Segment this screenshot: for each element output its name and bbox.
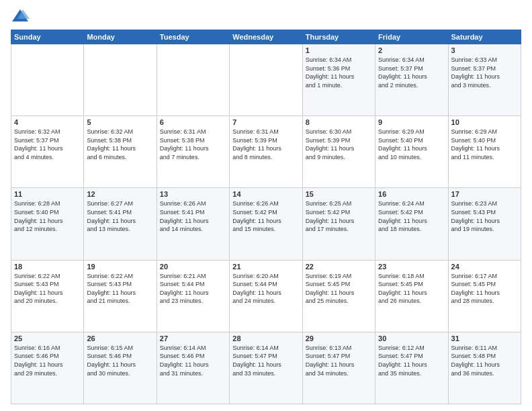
- day-cell-27: 27Sunrise: 6:14 AM Sunset: 5:46 PM Dayli…: [157, 332, 229, 404]
- day-cell-10: 10Sunrise: 6:29 AM Sunset: 5:40 PM Dayli…: [448, 116, 521, 188]
- day-number: 11: [14, 190, 81, 198]
- day-number: 14: [232, 190, 299, 198]
- day-info: Sunrise: 6:32 AM Sunset: 5:37 PM Dayligh…: [14, 128, 81, 161]
- day-info: Sunrise: 6:34 AM Sunset: 5:36 PM Dayligh…: [306, 56, 372, 89]
- day-info: Sunrise: 6:29 AM Sunset: 5:40 PM Dayligh…: [378, 128, 445, 161]
- day-info: Sunrise: 6:27 AM Sunset: 5:41 PM Dayligh…: [87, 199, 153, 233]
- day-header-monday: Monday: [84, 30, 157, 44]
- day-cell-2: 2Sunrise: 6:34 AM Sunset: 5:37 PM Daylig…: [375, 44, 448, 116]
- day-cell-29: 29Sunrise: 6:13 AM Sunset: 5:47 PM Dayli…: [302, 332, 375, 404]
- page: SundayMondayTuesdayWednesdayThursdayFrid…: [0, 0, 532, 411]
- day-info: Sunrise: 6:19 AM Sunset: 5:45 PM Dayligh…: [306, 272, 372, 306]
- day-info: Sunrise: 6:14 AM Sunset: 5:47 PM Dayligh…: [232, 344, 299, 377]
- day-cell-16: 16Sunrise: 6:24 AM Sunset: 5:42 PM Dayli…: [375, 188, 448, 260]
- day-cell-18: 18Sunrise: 6:22 AM Sunset: 5:43 PM Dayli…: [11, 260, 84, 332]
- day-number: 13: [160, 190, 226, 198]
- day-info: Sunrise: 6:31 AM Sunset: 5:39 PM Dayligh…: [232, 128, 299, 161]
- day-cell-6: 6Sunrise: 6:31 AM Sunset: 5:38 PM Daylig…: [157, 116, 229, 188]
- day-info: Sunrise: 6:16 AM Sunset: 5:46 PM Dayligh…: [14, 344, 81, 377]
- day-header-saturday: Saturday: [448, 30, 521, 44]
- day-number: 23: [378, 263, 445, 271]
- day-info: Sunrise: 6:18 AM Sunset: 5:45 PM Dayligh…: [378, 272, 445, 306]
- week-row-4: 18Sunrise: 6:22 AM Sunset: 5:43 PM Dayli…: [11, 260, 521, 332]
- day-number: 15: [306, 190, 372, 198]
- week-row-1: 1Sunrise: 6:34 AM Sunset: 5:36 PM Daylig…: [11, 44, 521, 116]
- day-cell-30: 30Sunrise: 6:12 AM Sunset: 5:47 PM Dayli…: [375, 332, 448, 404]
- day-cell-9: 9Sunrise: 6:29 AM Sunset: 5:40 PM Daylig…: [375, 116, 448, 188]
- day-cell-14: 14Sunrise: 6:26 AM Sunset: 5:42 PM Dayli…: [230, 188, 302, 260]
- day-number: 24: [451, 263, 518, 271]
- day-cell-15: 15Sunrise: 6:25 AM Sunset: 5:42 PM Dayli…: [302, 188, 375, 260]
- day-number: 16: [378, 190, 445, 198]
- day-info: Sunrise: 6:17 AM Sunset: 5:45 PM Dayligh…: [451, 272, 518, 306]
- day-cell-28: 28Sunrise: 6:14 AM Sunset: 5:47 PM Dayli…: [230, 332, 302, 404]
- week-row-3: 11Sunrise: 6:28 AM Sunset: 5:40 PM Dayli…: [11, 188, 521, 260]
- day-number: 8: [306, 118, 372, 126]
- week-row-5: 25Sunrise: 6:16 AM Sunset: 5:46 PM Dayli…: [11, 332, 521, 404]
- day-info: Sunrise: 6:11 AM Sunset: 5:48 PM Dayligh…: [451, 344, 518, 377]
- day-cell-12: 12Sunrise: 6:27 AM Sunset: 5:41 PM Dayli…: [84, 188, 157, 260]
- day-number: 25: [14, 334, 81, 342]
- day-info: Sunrise: 6:21 AM Sunset: 5:44 PM Dayligh…: [160, 272, 226, 306]
- header: [11, 7, 521, 26]
- day-info: Sunrise: 6:24 AM Sunset: 5:42 PM Dayligh…: [378, 199, 445, 233]
- day-info: Sunrise: 6:13 AM Sunset: 5:47 PM Dayligh…: [306, 344, 372, 377]
- day-cell-4: 4Sunrise: 6:32 AM Sunset: 5:37 PM Daylig…: [11, 116, 84, 188]
- day-cell-19: 19Sunrise: 6:22 AM Sunset: 5:43 PM Dayli…: [84, 260, 157, 332]
- day-number: 18: [14, 263, 81, 271]
- day-info: Sunrise: 6:15 AM Sunset: 5:46 PM Dayligh…: [87, 344, 153, 377]
- day-info: Sunrise: 6:28 AM Sunset: 5:40 PM Dayligh…: [14, 199, 81, 233]
- day-number: 3: [451, 46, 518, 54]
- day-number: 19: [87, 263, 153, 271]
- header-row: SundayMondayTuesdayWednesdayThursdayFrid…: [11, 30, 521, 44]
- day-cell-26: 26Sunrise: 6:15 AM Sunset: 5:46 PM Dayli…: [84, 332, 157, 404]
- week-row-2: 4Sunrise: 6:32 AM Sunset: 5:37 PM Daylig…: [11, 116, 521, 188]
- day-cell-20: 20Sunrise: 6:21 AM Sunset: 5:44 PM Dayli…: [157, 260, 229, 332]
- day-number: 29: [306, 334, 372, 342]
- empty-cell: [11, 44, 84, 116]
- day-number: 20: [160, 263, 226, 271]
- day-cell-23: 23Sunrise: 6:18 AM Sunset: 5:45 PM Dayli…: [375, 260, 448, 332]
- day-info: Sunrise: 6:32 AM Sunset: 5:38 PM Dayligh…: [87, 128, 153, 161]
- day-info: Sunrise: 6:22 AM Sunset: 5:43 PM Dayligh…: [87, 272, 153, 306]
- day-info: Sunrise: 6:12 AM Sunset: 5:47 PM Dayligh…: [378, 344, 445, 377]
- day-cell-11: 11Sunrise: 6:28 AM Sunset: 5:40 PM Dayli…: [11, 188, 84, 260]
- day-number: 5: [87, 118, 153, 126]
- day-info: Sunrise: 6:33 AM Sunset: 5:37 PM Dayligh…: [451, 56, 518, 89]
- day-number: 6: [160, 118, 226, 126]
- day-header-sunday: Sunday: [11, 30, 84, 44]
- day-number: 1: [306, 46, 372, 54]
- logo-icon: [11, 7, 30, 26]
- day-cell-21: 21Sunrise: 6:20 AM Sunset: 5:44 PM Dayli…: [230, 260, 302, 332]
- day-number: 10: [451, 118, 518, 126]
- day-cell-5: 5Sunrise: 6:32 AM Sunset: 5:38 PM Daylig…: [84, 116, 157, 188]
- day-cell-7: 7Sunrise: 6:31 AM Sunset: 5:39 PM Daylig…: [230, 116, 302, 188]
- day-cell-8: 8Sunrise: 6:30 AM Sunset: 5:39 PM Daylig…: [302, 116, 375, 188]
- day-info: Sunrise: 6:29 AM Sunset: 5:40 PM Dayligh…: [451, 128, 518, 161]
- day-number: 17: [451, 190, 518, 198]
- day-cell-3: 3Sunrise: 6:33 AM Sunset: 5:37 PM Daylig…: [448, 44, 521, 116]
- day-info: Sunrise: 6:20 AM Sunset: 5:44 PM Dayligh…: [232, 272, 299, 306]
- day-number: 4: [14, 118, 81, 126]
- day-number: 28: [232, 334, 299, 342]
- day-cell-17: 17Sunrise: 6:23 AM Sunset: 5:43 PM Dayli…: [448, 188, 521, 260]
- empty-cell: [230, 44, 302, 116]
- day-number: 26: [87, 334, 153, 342]
- day-info: Sunrise: 6:25 AM Sunset: 5:42 PM Dayligh…: [306, 199, 372, 233]
- day-number: 31: [451, 334, 518, 342]
- day-cell-1: 1Sunrise: 6:34 AM Sunset: 5:36 PM Daylig…: [302, 44, 375, 116]
- day-info: Sunrise: 6:22 AM Sunset: 5:43 PM Dayligh…: [14, 272, 81, 306]
- empty-cell: [157, 44, 229, 116]
- day-header-tuesday: Tuesday: [157, 30, 229, 44]
- day-cell-25: 25Sunrise: 6:16 AM Sunset: 5:46 PM Dayli…: [11, 332, 84, 404]
- day-number: 30: [378, 334, 445, 342]
- day-number: 2: [378, 46, 445, 54]
- day-number: 7: [232, 118, 299, 126]
- day-info: Sunrise: 6:14 AM Sunset: 5:46 PM Dayligh…: [160, 344, 226, 377]
- day-header-friday: Friday: [375, 30, 448, 44]
- day-info: Sunrise: 6:31 AM Sunset: 5:38 PM Dayligh…: [160, 128, 226, 161]
- day-number: 27: [160, 334, 226, 342]
- empty-cell: [84, 44, 157, 116]
- day-cell-24: 24Sunrise: 6:17 AM Sunset: 5:45 PM Dayli…: [448, 260, 521, 332]
- logo: [11, 7, 32, 26]
